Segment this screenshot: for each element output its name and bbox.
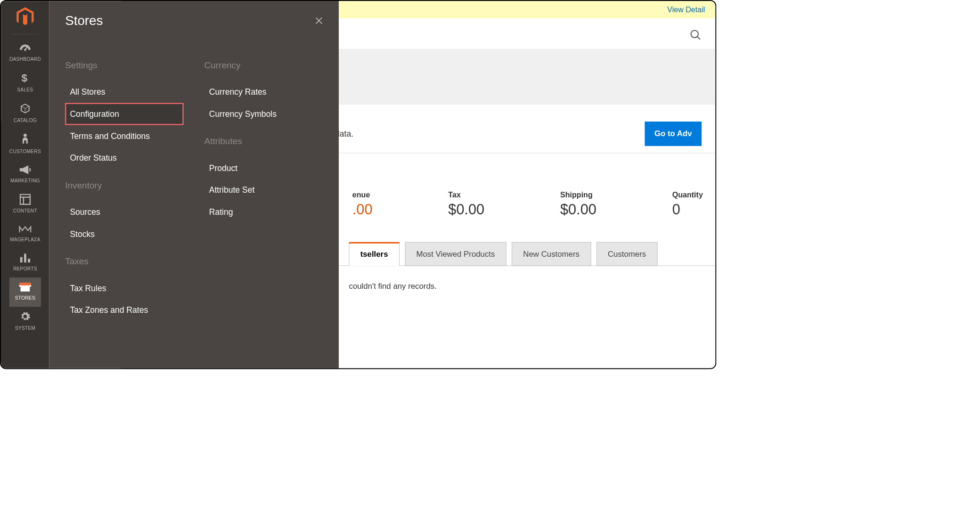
tab-most-viewed-products[interactable]: Most Viewed Products <box>405 242 506 266</box>
nav-item-stores[interactable]: STORES <box>9 277 41 307</box>
nav-item-dashboard[interactable]: DASHBOARD <box>9 39 41 68</box>
kpi-label: Tax <box>448 190 484 199</box>
nav-label: MAGEPLAZA <box>10 236 41 242</box>
kpi-value: 0 <box>672 202 703 218</box>
flyout-link-currency-symbols[interactable]: Currency Symbols <box>204 103 322 125</box>
svg-rect-14 <box>20 286 30 292</box>
tab-customers[interactable]: Customers <box>596 242 658 266</box>
megaphone-icon <box>9 164 41 176</box>
tab-new-customers[interactable]: New Customers <box>512 242 591 266</box>
flyout-link-stocks[interactable]: Stocks <box>65 223 183 245</box>
admin-sidebar: DASHBOARD$SALESCATALOGCUSTOMERSMARKETING… <box>1 1 49 368</box>
nav-item-reports[interactable]: REPORTS <box>9 248 41 277</box>
nav-label: SYSTEM <box>15 325 35 331</box>
kpi-label: Quantity <box>672 190 703 199</box>
nav-label: STORES <box>15 295 35 301</box>
kpi-enue: enue.00 <box>352 190 373 218</box>
nav-label: CONTENT <box>13 208 37 214</box>
flyout-section-label: Taxes <box>65 256 183 267</box>
flyout-section-label: Currency <box>204 60 322 71</box>
flyout-section-label: Inventory <box>65 180 183 191</box>
flyout-link-configuration[interactable]: Configuration <box>65 103 183 125</box>
gear-icon <box>9 311 41 323</box>
nav-item-catalog[interactable]: CATALOG <box>9 98 41 129</box>
nav-item-marketing[interactable]: MARKETING <box>9 161 41 190</box>
storefront-icon <box>9 282 41 293</box>
flyout-link-order-status[interactable]: Order Status <box>65 147 183 169</box>
svg-rect-13 <box>28 259 30 262</box>
svg-rect-8 <box>20 195 30 204</box>
svg-rect-12 <box>24 254 26 263</box>
close-icon[interactable] <box>314 16 324 27</box>
go-to-advanced-reporting-button[interactable]: Go to Adv <box>645 122 702 146</box>
tab-tsellers[interactable]: tsellers <box>349 242 400 266</box>
nav-label: REPORTS <box>13 266 37 271</box>
flyout-link-tax-zones-and-rates[interactable]: Tax Zones and Rates <box>65 299 183 321</box>
dollar-icon: $ <box>9 72 41 85</box>
flyout-section-label: Settings <box>65 60 183 71</box>
cube-icon <box>9 103 41 115</box>
layout-icon <box>9 194 41 206</box>
svg-text:$: $ <box>21 72 27 84</box>
kpi-label: enue <box>352 190 373 199</box>
flyout-link-attribute-set[interactable]: Attribute Set <box>204 179 322 201</box>
nav-label: MARKETING <box>10 178 40 184</box>
svg-line-1 <box>697 37 700 40</box>
flyout-link-product[interactable]: Product <box>204 157 322 179</box>
kpi-label: Shipping <box>560 190 596 199</box>
flyout-link-rating[interactable]: Rating <box>204 201 322 223</box>
nav-item-customers[interactable]: CUSTOMERS <box>9 129 41 161</box>
svg-rect-5 <box>25 47 28 50</box>
flyout-link-terms-and-conditions[interactable]: Terms and Conditions <box>65 125 183 147</box>
stores-flyout-panel: Stores SettingsAll StoresConfigurationTe… <box>49 1 339 368</box>
flyout-section-label: Attributes <box>204 136 322 147</box>
bars-icon <box>9 252 41 264</box>
gauge-icon <box>9 43 41 54</box>
nav-label: SALES <box>17 87 33 92</box>
nav-label: CATALOG <box>14 117 37 123</box>
mplaza-icon <box>9 224 41 235</box>
flyout-title: Stores <box>65 14 323 28</box>
kpi-quantity: Quantity0 <box>672 190 703 218</box>
flyout-link-sources[interactable]: Sources <box>65 201 183 223</box>
flyout-link-tax-rules[interactable]: Tax Rules <box>65 277 183 299</box>
kpi-tax: Tax$0.00 <box>448 190 484 218</box>
svg-point-0 <box>691 31 698 38</box>
nav-item-content[interactable]: CONTENT <box>9 190 41 220</box>
nav-item-mageplaza[interactable]: MAGEPLAZA <box>9 220 41 248</box>
nav-label: CUSTOMERS <box>9 149 41 155</box>
person-icon <box>9 133 41 147</box>
flyout-link-all-stores[interactable]: All Stores <box>65 81 183 103</box>
kpi-value: $0.00 <box>448 202 484 218</box>
kpi-value: $0.00 <box>560 202 596 218</box>
kpi-shipping: Shipping$0.00 <box>560 190 596 218</box>
nav-item-system[interactable]: SYSTEM <box>9 307 41 337</box>
flyout-link-currency-rates[interactable]: Currency Rates <box>204 81 322 103</box>
kpi-value: .00 <box>352 202 373 218</box>
notice-detail-link[interactable]: View Detail <box>667 5 705 14</box>
nav-item-sales[interactable]: $SALES <box>9 68 41 98</box>
nav-label: DASHBOARD <box>9 56 41 62</box>
svg-rect-11 <box>20 257 23 263</box>
search-icon[interactable] <box>689 29 702 42</box>
svg-point-7 <box>24 134 27 137</box>
magento-logo-icon[interactable] <box>16 7 35 28</box>
